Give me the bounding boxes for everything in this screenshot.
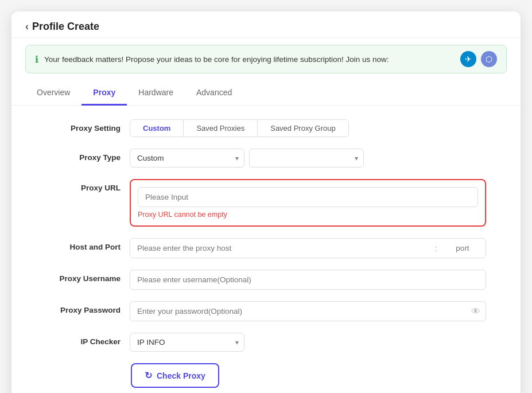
back-arrow-icon: ‹: [25, 21, 29, 33]
proxy-type-selects: Custom HTTP HTTPS SOCKS4 SOCKS5 ▾ ▾: [130, 149, 486, 168]
tab-overview[interactable]: Overview: [25, 81, 81, 106]
tab-advanced[interactable]: Advanced: [185, 81, 243, 106]
check-proxy-label: Check Proxy: [157, 371, 205, 380]
banner-text: Your feedback matters! Propose your idea…: [44, 55, 455, 64]
ip-checker-control: IP INFO IP API IPIFY ▾: [130, 333, 486, 352]
ip-checker-select-wrapper: IP INFO IP API IPIFY ▾: [130, 333, 244, 352]
proxy-setting-label: Proxy Setting: [46, 119, 121, 133]
host-input[interactable]: [130, 239, 433, 258]
proxy-setting-tabs-group: Custom Saved Proxies Saved Proxy Group: [130, 119, 486, 137]
proxy-tab-saved-proxies[interactable]: Saved Proxies: [184, 120, 258, 137]
proxy-username-control: [130, 270, 486, 290]
refresh-icon: ↻: [145, 370, 152, 381]
tab-proxy[interactable]: Proxy: [81, 81, 127, 106]
proxy-url-label: Proxy URL: [46, 179, 121, 192]
discord-button[interactable]: ⬡: [481, 51, 497, 67]
info-icon: ℹ: [35, 54, 38, 65]
proxy-username-row: Proxy Username: [46, 270, 486, 290]
proxy-setting-tabs: Custom Saved Proxies Saved Proxy Group: [130, 119, 349, 137]
tabs-nav: Overview Proxy Hardware Advanced: [11, 80, 521, 106]
host-port-label: Host and Port: [46, 238, 121, 251]
proxy-type-label: Proxy Type: [46, 149, 121, 162]
banner-socials: ✈ ⬡: [460, 51, 497, 67]
proxy-url-control: Proxy URL cannot be empty: [130, 179, 486, 227]
ip-checker-select[interactable]: IP INFO IP API IPIFY: [130, 333, 244, 352]
password-wrapper: 👁: [130, 301, 486, 321]
title-bar: ‹ Profile Create: [11, 11, 521, 38]
proxy-tab-saved-proxy-group[interactable]: Saved Proxy Group: [258, 120, 348, 137]
proxy-password-row: Proxy Password 👁: [46, 301, 486, 321]
telegram-button[interactable]: ✈: [460, 51, 476, 67]
tab-hardware[interactable]: Hardware: [127, 81, 185, 106]
proxy-password-control: 👁: [130, 301, 486, 321]
content-area: Proxy Setting Custom Saved Proxies Saved…: [11, 106, 521, 393]
host-port-control: :: [130, 238, 486, 258]
eye-icon[interactable]: 👁: [471, 306, 480, 317]
proxy-username-input[interactable]: [130, 270, 486, 290]
proxy-url-input[interactable]: [138, 187, 478, 207]
proxy-type-row: Proxy Type Custom HTTP HTTPS SOCKS4 SOCK…: [46, 149, 486, 168]
main-window: ‹ Profile Create ℹ Your feedback matters…: [11, 11, 521, 393]
page-title: Profile Create: [32, 21, 99, 33]
proxy-tab-custom[interactable]: Custom: [130, 120, 184, 137]
proxy-type-secondary-wrapper: ▾: [249, 149, 364, 168]
host-port-row: Host and Port :: [46, 238, 486, 258]
proxy-username-label: Proxy Username: [46, 270, 121, 283]
colon-separator: :: [433, 244, 440, 253]
port-input[interactable]: [440, 239, 486, 258]
ip-checker-row: IP Checker IP INFO IP API IPIFY ▾: [46, 333, 486, 352]
check-proxy-button[interactable]: ↻ Check Proxy: [131, 363, 219, 388]
host-port-group: :: [130, 238, 486, 258]
back-button[interactable]: ‹ Profile Create: [25, 21, 99, 33]
proxy-url-row: Proxy URL Proxy URL cannot be empty: [46, 179, 486, 227]
ip-checker-label: IP Checker: [46, 333, 121, 346]
proxy-password-input[interactable]: [130, 301, 486, 321]
feedback-banner: ℹ Your feedback matters! Propose your id…: [25, 45, 507, 73]
proxy-url-wrapper: Proxy URL cannot be empty: [130, 179, 486, 227]
proxy-password-label: Proxy Password: [46, 301, 121, 314]
proxy-type-select[interactable]: Custom HTTP HTTPS SOCKS4 SOCKS5: [130, 149, 244, 168]
proxy-url-error: Proxy URL cannot be empty: [138, 211, 478, 219]
proxy-setting-row: Proxy Setting Custom Saved Proxies Saved…: [46, 119, 486, 137]
proxy-type-secondary-select[interactable]: [249, 149, 364, 168]
proxy-type-select-wrapper: Custom HTTP HTTPS SOCKS4 SOCKS5 ▾: [130, 149, 244, 168]
